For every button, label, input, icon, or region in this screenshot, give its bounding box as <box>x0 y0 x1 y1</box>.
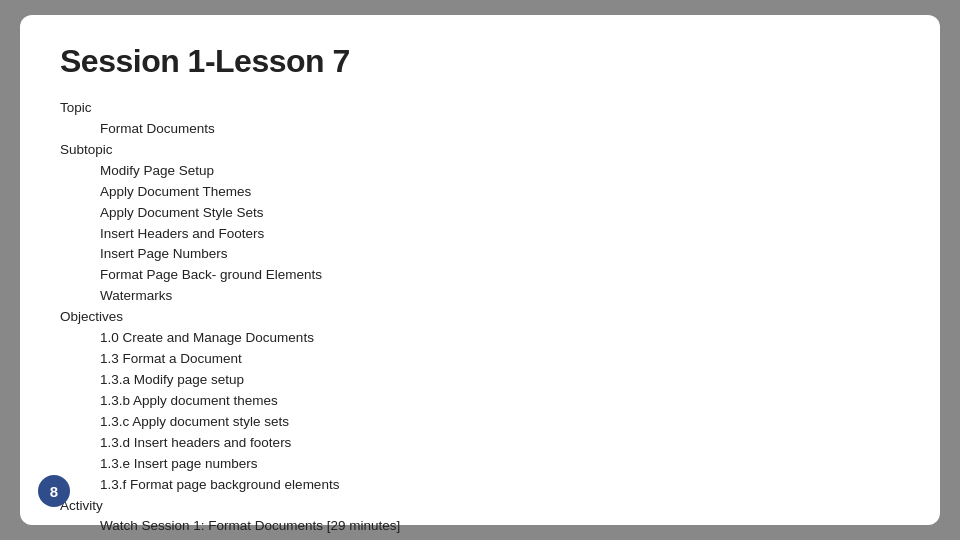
page-number: 8 <box>38 475 70 507</box>
subtopic-item-1: Apply Document Themes <box>60 182 900 203</box>
subtopic-item-6: Watermarks <box>60 286 900 307</box>
subtopic-item-5: Format Page Back- ground Elements <box>60 265 900 286</box>
subtopic-item-3: Insert Headers and Footers <box>60 224 900 245</box>
objectives-item-0: 1.0 Create and Manage Documents <box>60 328 900 349</box>
activity-label: Activity <box>60 496 900 517</box>
objectives-item-3: 1.3.b Apply document themes <box>60 391 900 412</box>
content-area: Topic Format Documents Subtopic Modify P… <box>60 98 900 540</box>
subtopic-label: Subtopic <box>60 140 900 161</box>
objectives-item-7: 1.3.f Format page background elements <box>60 475 900 496</box>
objectives-item-2: 1.3.a Modify page setup <box>60 370 900 391</box>
objectives-item-6: 1.3.e Insert page numbers <box>60 454 900 475</box>
topic-indent: Format Documents <box>60 119 900 140</box>
activity-item-0: Watch Session 1: Format Documents [29 mi… <box>60 516 900 537</box>
subtopic-item-2: Apply Document Style Sets <box>60 203 900 224</box>
objectives-item-5: 1.3.d Insert headers and footers <box>60 433 900 454</box>
objectives-item-4: 1.3.c Apply document style sets <box>60 412 900 433</box>
slide-title: Session 1-Lesson 7 <box>60 43 900 80</box>
objectives-item-1: 1.3 Format a Document <box>60 349 900 370</box>
subtopic-item-0: Modify Page Setup <box>60 161 900 182</box>
subtopic-item-4: Insert Page Numbers <box>60 244 900 265</box>
slide: Session 1-Lesson 7 Topic Format Document… <box>20 15 940 525</box>
topic-label: Topic <box>60 98 900 119</box>
objectives-label: Objectives <box>60 307 900 328</box>
